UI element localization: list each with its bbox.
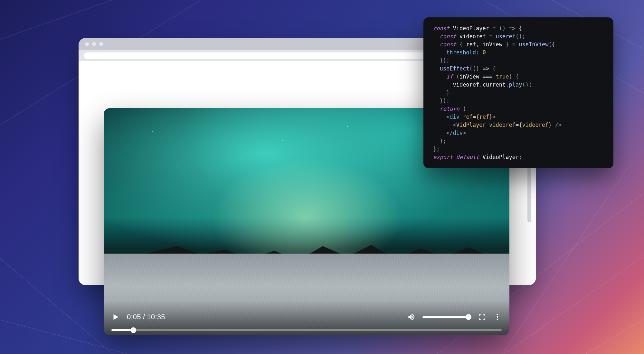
volume-slider[interactable] — [422, 316, 471, 318]
time-current: 0:05 — [127, 313, 141, 321]
svg-point-10 — [497, 314, 498, 315]
volume-thumb[interactable] — [466, 314, 471, 320]
code-block: const VideoPlayer = () => { const videor… — [433, 24, 604, 161]
more-icon[interactable] — [493, 313, 502, 321]
play-icon[interactable] — [111, 313, 120, 321]
traffic-light-close[interactable] — [85, 42, 89, 46]
traffic-light-minimize[interactable] — [92, 42, 96, 46]
svg-point-12 — [497, 319, 498, 320]
volume-icon[interactable] — [407, 313, 415, 321]
time-display: 0:05 / 10:35 — [127, 313, 165, 321]
progress-thumb[interactable] — [130, 327, 136, 333]
svg-line-8 — [554, 309, 644, 354]
traffic-light-zoom[interactable] — [99, 42, 103, 46]
code-panel: const VideoPlayer = () => { const videor… — [423, 17, 613, 168]
stage: 0:05 / 10:35 — [0, 0, 644, 354]
video-controls: 0:05 / 10:35 — [104, 301, 509, 335]
progress-played — [111, 329, 133, 331]
time-total: 10:35 — [147, 313, 165, 321]
svg-point-11 — [497, 316, 498, 318]
fullscreen-icon[interactable] — [478, 313, 486, 321]
progress-bar[interactable] — [111, 329, 502, 331]
time-separator: / — [141, 313, 147, 321]
